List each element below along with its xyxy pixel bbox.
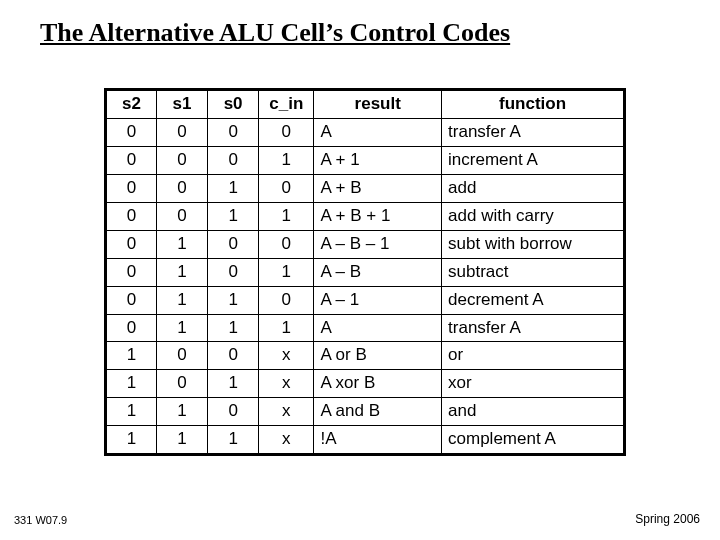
cell-s0: 1 (208, 426, 259, 455)
cell-c-in: x (259, 398, 314, 426)
footer-right: Spring 2006 (635, 512, 700, 526)
cell-result: A (314, 314, 442, 342)
cell-s2: 0 (106, 118, 157, 146)
cell-result: A xor B (314, 370, 442, 398)
cell-s1: 0 (157, 342, 208, 370)
cell-function: or (442, 342, 625, 370)
th-s2: s2 (106, 90, 157, 119)
cell-s2: 0 (106, 174, 157, 202)
cell-result: A (314, 118, 442, 146)
cell-s2: 0 (106, 230, 157, 258)
cell-s0: 0 (208, 118, 259, 146)
cell-s1: 1 (157, 230, 208, 258)
cell-result: A + B (314, 174, 442, 202)
cell-s2: 1 (106, 342, 157, 370)
cell-c-in: x (259, 342, 314, 370)
cell-s0: 0 (208, 146, 259, 174)
cell-s1: 0 (157, 118, 208, 146)
table-row: 0 0 1 0 A + B add (106, 174, 625, 202)
cell-s2: 1 (106, 398, 157, 426)
cell-result: A – 1 (314, 286, 442, 314)
th-c-in: c_in (259, 90, 314, 119)
table-row: 1 0 1 x A xor B xor (106, 370, 625, 398)
cell-s1: 0 (157, 174, 208, 202)
slide: The Alternative ALU Cell’s Control Codes… (0, 0, 720, 540)
cell-s2: 0 (106, 258, 157, 286)
footer-left: 331 W07.9 (14, 514, 67, 526)
th-result: result (314, 90, 442, 119)
table-row: 0 1 0 1 A – B subtract (106, 258, 625, 286)
table-row: 0 0 0 1 A + 1 increment A (106, 146, 625, 174)
cell-c-in: x (259, 426, 314, 455)
alu-table-wrap: s2 s1 s0 c_in result function 0 0 0 0 A … (104, 88, 626, 456)
cell-s0: 0 (208, 342, 259, 370)
cell-result: A – B (314, 258, 442, 286)
cell-s0: 1 (208, 202, 259, 230)
cell-result: A – B – 1 (314, 230, 442, 258)
table-row: 1 0 0 x A or B or (106, 342, 625, 370)
cell-result: A or B (314, 342, 442, 370)
cell-s1: 1 (157, 426, 208, 455)
cell-s2: 0 (106, 286, 157, 314)
cell-s0: 1 (208, 174, 259, 202)
cell-s2: 0 (106, 202, 157, 230)
cell-s0: 0 (208, 398, 259, 426)
cell-s1: 0 (157, 146, 208, 174)
cell-function: decrement A (442, 286, 625, 314)
cell-c-in: 0 (259, 174, 314, 202)
cell-s1: 0 (157, 202, 208, 230)
cell-c-in: 1 (259, 258, 314, 286)
cell-function: transfer A (442, 118, 625, 146)
table-row: 1 1 1 x !A complement A (106, 426, 625, 455)
table-row: 0 1 1 0 A – 1 decrement A (106, 286, 625, 314)
cell-s2: 0 (106, 146, 157, 174)
cell-s2: 0 (106, 314, 157, 342)
table-row: 0 1 0 0 A – B – 1 subt with borrow (106, 230, 625, 258)
cell-s1: 1 (157, 286, 208, 314)
cell-function: xor (442, 370, 625, 398)
cell-s0: 1 (208, 314, 259, 342)
cell-s2: 1 (106, 370, 157, 398)
cell-result: !A (314, 426, 442, 455)
cell-c-in: 1 (259, 314, 314, 342)
table-row: 0 0 0 0 A transfer A (106, 118, 625, 146)
cell-s0: 0 (208, 258, 259, 286)
cell-c-in: 0 (259, 118, 314, 146)
cell-function: add (442, 174, 625, 202)
th-function: function (442, 90, 625, 119)
cell-function: and (442, 398, 625, 426)
cell-s1: 1 (157, 258, 208, 286)
cell-c-in: 1 (259, 146, 314, 174)
cell-c-in: 1 (259, 202, 314, 230)
cell-function: complement A (442, 426, 625, 455)
cell-s2: 1 (106, 426, 157, 455)
cell-function: subtract (442, 258, 625, 286)
table-header-row: s2 s1 s0 c_in result function (106, 90, 625, 119)
cell-c-in: x (259, 370, 314, 398)
cell-result: A + B + 1 (314, 202, 442, 230)
cell-result: A + 1 (314, 146, 442, 174)
cell-function: increment A (442, 146, 625, 174)
cell-result: A and B (314, 398, 442, 426)
cell-c-in: 0 (259, 286, 314, 314)
cell-function: subt with borrow (442, 230, 625, 258)
table-row: 0 1 1 1 A transfer A (106, 314, 625, 342)
cell-s1: 0 (157, 370, 208, 398)
page-title: The Alternative ALU Cell’s Control Codes (40, 18, 680, 52)
cell-s0: 1 (208, 286, 259, 314)
table-row: 0 0 1 1 A + B + 1 add with carry (106, 202, 625, 230)
cell-s1: 1 (157, 314, 208, 342)
cell-s0: 1 (208, 370, 259, 398)
cell-function: transfer A (442, 314, 625, 342)
cell-c-in: 0 (259, 230, 314, 258)
cell-s0: 0 (208, 230, 259, 258)
cell-function: add with carry (442, 202, 625, 230)
cell-s1: 1 (157, 398, 208, 426)
alu-control-table: s2 s1 s0 c_in result function 0 0 0 0 A … (104, 88, 626, 456)
th-s0: s0 (208, 90, 259, 119)
th-s1: s1 (157, 90, 208, 119)
table-row: 1 1 0 x A and B and (106, 398, 625, 426)
